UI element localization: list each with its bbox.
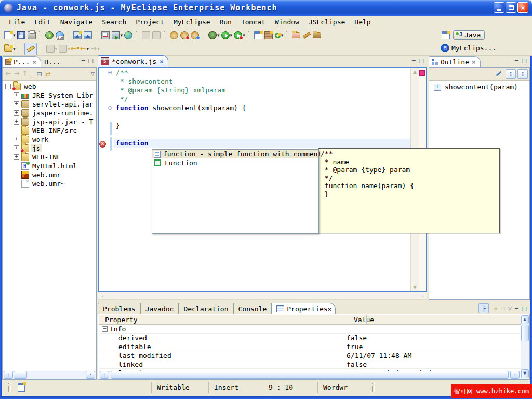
expand-icon[interactable]: +	[14, 137, 19, 142]
tree-item-jsp-api[interactable]: + jsp-api.jar - T	[3, 117, 96, 126]
refresh-dropdown[interactable]: ▾	[281, 33, 284, 38]
edit-image-button[interactable]	[84, 31, 92, 39]
link-pencil-icon[interactable]	[495, 70, 503, 78]
tree-item-myhtml[interactable]: MyHtml.html	[3, 162, 96, 170]
debug-dropdown[interactable]: ▾	[217, 33, 220, 38]
view-menu-icon[interactable]: ▽	[508, 305, 512, 311]
web-service-button[interactable]	[45, 31, 54, 39]
close-tab-icon[interactable]: ×	[32, 58, 36, 66]
menu-help[interactable]: Help	[350, 17, 375, 27]
scrollbar-thumb[interactable]	[14, 371, 27, 379]
scrollbar-thumb[interactable]	[521, 325, 529, 341]
show-tree-toggle[interactable]: ├	[478, 303, 489, 313]
tree-item-jasper-runtime[interactable]: + jasper-runtime.	[3, 109, 96, 117]
new-folder-button[interactable]	[4, 46, 12, 52]
tree-item-servlet-api[interactable]: + servlet-api.jar	[3, 100, 96, 109]
paint-tool-button[interactable]	[302, 31, 311, 39]
expand-icon[interactable]: +	[14, 92, 19, 98]
minimize-view-icon[interactable]: ─	[515, 58, 518, 63]
external-tools-button[interactable]	[234, 31, 242, 39]
tab-console[interactable]: Console	[233, 303, 272, 314]
maximize-view-icon[interactable]: □	[522, 305, 527, 311]
menu-window[interactable]: Window	[270, 17, 304, 27]
expand-icon[interactable]: +	[14, 101, 19, 107]
error-marker-icon[interactable]	[99, 141, 106, 148]
link-with-editor-icon[interactable]: ⇄	[45, 70, 51, 78]
scroll-up-icon[interactable]: ▲	[411, 69, 419, 74]
open-folder-button[interactable]	[292, 32, 300, 38]
print-button[interactable]	[28, 31, 36, 39]
outline-item-showcontent[interactable]: f showcontent(param)	[430, 83, 529, 91]
web-browser-button[interactable]	[124, 31, 132, 39]
back-dropdown[interactable]: ▾	[87, 46, 89, 51]
scroll-right-icon[interactable]: ›	[418, 294, 427, 299]
run-server-button[interactable]	[112, 31, 120, 39]
filter-icon[interactable]: »	[494, 305, 497, 311]
scroll-left-icon[interactable]: ‹	[98, 294, 107, 299]
expand-icon[interactable]: +	[14, 119, 19, 125]
refresh-button[interactable]	[275, 33, 281, 38]
tab-properties[interactable]: Properties ×	[271, 303, 336, 314]
scroll-up-icon[interactable]: ▲	[521, 315, 529, 324]
deploy-button[interactable]	[101, 31, 110, 39]
minimize-button[interactable]	[494, 2, 504, 13]
java-perspective-button[interactable]: Java	[453, 30, 485, 40]
menu-jseclipse[interactable]: JSEclipse	[304, 17, 350, 27]
fold-collapse-icon[interactable]: ⊖	[108, 69, 112, 76]
debug-button[interactable]	[208, 31, 217, 39]
close-tab-icon[interactable]: ×	[328, 305, 332, 313]
run-server-dropdown[interactable]: ▾	[121, 33, 123, 38]
tree-item-js[interactable]: + js	[3, 144, 96, 153]
tree-item-web-umr-backup[interactable]: web.umr~	[3, 179, 96, 188]
property-row-linked[interactable]: linked false	[99, 360, 521, 369]
properties-vscrollbar[interactable]: ▲ ▼	[521, 315, 529, 379]
close-editor-icon[interactable]: ×	[159, 58, 164, 65]
tree-item-web-inf-src[interactable]: WEB-INF/src	[3, 126, 96, 135]
collapse-icon[interactable]: −	[5, 84, 11, 89]
new-image-button[interactable]	[73, 31, 82, 39]
menu-search[interactable]: Search	[97, 17, 131, 27]
tree-item-web-inf[interactable]: + WEB-INF	[3, 153, 96, 162]
scroll-down-icon[interactable]: ▼	[411, 285, 419, 290]
property-row-editable[interactable]: editable true	[99, 342, 521, 351]
fold-collapse-icon[interactable]: ⊖	[108, 104, 112, 111]
scroll-right-icon[interactable]: ›	[510, 371, 520, 379]
property-row-info[interactable]: − Info	[99, 325, 521, 334]
maximize-view-icon[interactable]: □	[88, 58, 94, 63]
expand-icon[interactable]: +	[14, 154, 19, 160]
collapse-icon[interactable]: −	[102, 326, 108, 332]
editor-hscrollbar[interactable]: ‹ ›	[98, 292, 427, 300]
tab-package-explorer[interactable]: P... ×	[2, 56, 41, 67]
mark-occurrences-toggle[interactable]	[24, 43, 37, 55]
minimize-view-icon[interactable]: ─	[515, 305, 518, 311]
sort-by-position-button[interactable]: ↕	[506, 69, 516, 79]
scroll-right-icon[interactable]: ›	[86, 371, 95, 379]
new-project-wizard-button[interactable]	[254, 31, 262, 39]
menu-navigate[interactable]: Navigate	[56, 17, 98, 27]
save-button[interactable]	[17, 31, 25, 39]
fast-view-icon[interactable]	[18, 383, 25, 392]
new-wizard-button[interactable]	[4, 31, 12, 39]
tab-hierarchy[interactable]: H...	[41, 56, 65, 67]
close-button[interactable]: ×	[517, 2, 528, 13]
menu-tomcat[interactable]: Tomcat	[236, 17, 270, 27]
scrollbar-thumb[interactable]	[111, 371, 509, 379]
minimize-editor-icon[interactable]: ─	[412, 58, 416, 63]
closed-folder-button[interactable]	[313, 32, 321, 38]
xfire-2-0-button[interactable]	[56, 31, 64, 39]
tab-conwork-js[interactable]: *conwork.js ×	[98, 55, 168, 67]
myeclipse-perspective-button[interactable]: MyEclips...	[451, 44, 496, 52]
menu-project[interactable]: Project	[131, 17, 169, 27]
menu-myeclipse[interactable]: MyEclipse	[169, 17, 215, 27]
expand-icon[interactable]: +	[14, 110, 19, 116]
column-separator[interactable]	[366, 315, 367, 324]
menu-run[interactable]: Run	[215, 17, 236, 27]
tree-item-work[interactable]: + work	[3, 135, 96, 144]
collapse-all-icon[interactable]: ⊟	[36, 70, 42, 78]
close-tab-icon[interactable]: ×	[472, 58, 476, 66]
view-menu-icon[interactable]: ▽	[91, 71, 95, 76]
last-edit-location-button[interactable]: ←	[71, 45, 79, 53]
scroll-left-icon[interactable]: ‹	[100, 371, 109, 379]
menu-edit[interactable]: Edit	[30, 17, 55, 27]
annotation-marker[interactable]	[419, 70, 425, 76]
